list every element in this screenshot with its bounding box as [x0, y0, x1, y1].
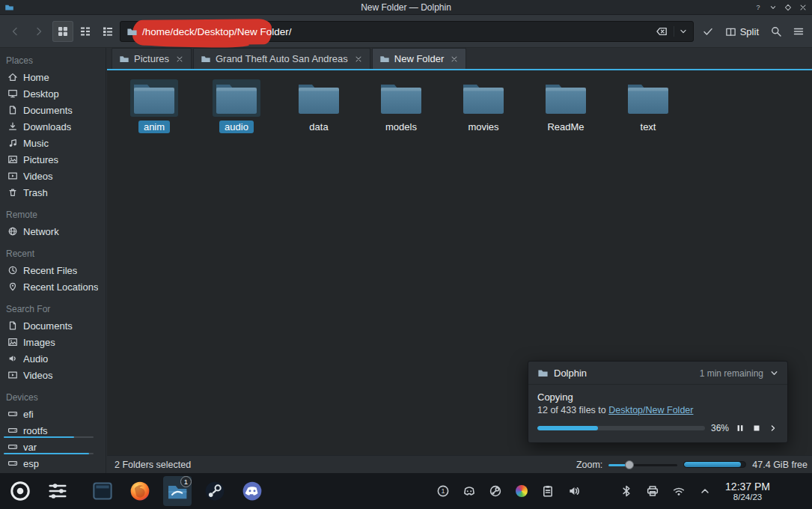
taskbar-firefox[interactable] — [126, 476, 154, 506]
tray-clipboard[interactable] — [541, 484, 555, 498]
taskbar-task-manager[interactable] — [43, 476, 72, 506]
tab-pictures[interactable]: Pictures — [112, 48, 192, 69]
image-icon — [7, 337, 18, 347]
folder-anim[interactable]: anim — [117, 79, 191, 133]
folder-audio[interactable]: audio — [200, 79, 273, 133]
sidebar-item-trash[interactable]: Trash — [0, 184, 106, 201]
icons-view-button[interactable] — [52, 21, 73, 42]
svg-text:1: 1 — [442, 487, 445, 495]
folder-label: anim — [138, 121, 170, 133]
sidebar-item-recent-locations[interactable]: Recent Locations — [0, 278, 106, 295]
taskbar-discord[interactable] — [238, 476, 266, 506]
accept-location-button[interactable] — [697, 21, 718, 42]
folder-icon — [130, 79, 178, 117]
forward-button[interactable] — [28, 21, 49, 42]
tab-grand-theft-auto-san-andreas[interactable]: Grand Theft Auto San Andreas — [193, 48, 370, 69]
chevron-up-icon — [698, 484, 712, 498]
back-button[interactable] — [4, 21, 25, 42]
tray-color-app[interactable] — [515, 484, 528, 498]
taskbar-app-launcher[interactable] — [6, 476, 34, 506]
taskbar-dolphin[interactable]: 1 — [163, 476, 192, 506]
zoom-slider[interactable] — [608, 460, 677, 470]
menu-button[interactable] — [788, 21, 809, 42]
tray-network-wifi[interactable] — [672, 484, 686, 498]
split-button[interactable]: Split — [720, 21, 764, 42]
tray-printer[interactable] — [646, 484, 659, 498]
compact-view-button[interactable] — [75, 21, 96, 42]
folder-models[interactable]: models — [364, 79, 438, 133]
tray-volume[interactable] — [567, 484, 581, 498]
sidebar-item-efi[interactable]: efi — [0, 406, 106, 422]
location-bar[interactable]: /home/deck/Desktop/New Folder/ — [120, 21, 694, 42]
screen: New Folder — Dolphin ? /home/deck/Deskto… — [0, 0, 812, 509]
sidebar-item-pictures[interactable]: Pictures — [0, 151, 106, 168]
folder-data[interactable]: data — [282, 79, 355, 133]
device-capacity-fill — [4, 453, 89, 454]
sidebar-item-music[interactable]: Music — [0, 135, 106, 151]
wifi-icon — [672, 484, 686, 498]
location-path[interactable]: /home/deck/Desktop/New Folder/ — [142, 26, 292, 37]
sidebar-item-home[interactable]: Home — [0, 69, 106, 85]
location-dropdown-icon[interactable] — [674, 26, 689, 37]
drive-icon — [7, 425, 18, 436]
tray-expand-tray[interactable] — [698, 484, 712, 498]
clock[interactable]: 12:37 PM 8/24/23 — [725, 481, 770, 502]
sidebar-item-network[interactable]: Network — [0, 223, 106, 240]
sidebar-item-videos[interactable]: Videos — [0, 168, 106, 184]
folder-icon — [213, 79, 260, 117]
dolphin-app-icon — [4, 2, 14, 12]
sidebar-item-var[interactable]: var — [0, 439, 106, 455]
disk-usage-fill — [684, 462, 740, 467]
sidebar-item-audio[interactable]: Audio — [0, 350, 106, 367]
sidebar-item-downloads[interactable]: Downloads — [0, 118, 106, 135]
tray-display[interactable] — [593, 484, 607, 498]
tab-close-icon[interactable] — [450, 55, 459, 64]
folder-text[interactable]: text — [611, 79, 685, 133]
destination-link[interactable]: Desktop/New Folder — [608, 405, 693, 415]
folder-movies[interactable]: movies — [447, 79, 520, 133]
clear-location-icon[interactable] — [656, 25, 668, 37]
tab-new-folder[interactable]: New Folder — [372, 48, 466, 69]
tray-bluetooth[interactable] — [620, 484, 633, 498]
clipboard-icon — [541, 484, 555, 498]
collapse-notification-icon[interactable] — [769, 368, 780, 379]
tab-close-icon[interactable] — [175, 55, 184, 64]
sidebar-item-images[interactable]: Images — [0, 334, 106, 350]
sidebar-item-documents[interactable]: Documents — [0, 102, 106, 118]
close-button[interactable] — [799, 3, 808, 12]
folder-readme[interactable]: ReadMe — [529, 79, 602, 133]
music-icon — [7, 138, 18, 148]
folder-label: audio — [219, 121, 254, 133]
maximize-button[interactable] — [784, 3, 793, 12]
pause-button[interactable] — [735, 423, 745, 433]
sidebar-item-videos[interactable]: Videos — [0, 367, 106, 383]
minimize-button[interactable] — [769, 3, 778, 12]
tray-steam-tray[interactable] — [489, 484, 502, 498]
window-title: New Folder — Dolphin — [0, 2, 812, 13]
sidebar-item-documents[interactable]: Documents — [0, 317, 106, 334]
help-button[interactable]: ? — [754, 3, 763, 12]
tab-label: Pictures — [134, 53, 169, 64]
document-icon — [7, 320, 18, 331]
folder-label: models — [380, 121, 422, 133]
sidebar-item-label: Documents — [23, 105, 73, 116]
sidebar-item-label: Recent Files — [23, 265, 77, 276]
sidebar-item-rootfs[interactable]: rootfs — [0, 422, 106, 439]
sidebar-section-label: Remote — [0, 207, 106, 223]
taskbar-desktop-window[interactable] — [88, 476, 117, 506]
stop-button[interactable] — [751, 423, 762, 433]
expand-details-icon[interactable] — [768, 423, 778, 433]
sidebar-item-recent-files[interactable]: Recent Files — [0, 262, 106, 278]
tray-notifications[interactable]: 1 — [436, 484, 450, 498]
details-view-button[interactable] — [97, 21, 118, 42]
copy-detail-text: 12 of 433 files to — [537, 405, 608, 415]
tab-close-icon[interactable] — [354, 55, 363, 64]
taskbar-steam[interactable] — [201, 476, 229, 506]
zoom-knob[interactable] — [625, 460, 634, 469]
search-button[interactable] — [766, 21, 787, 42]
sidebar-item-desktop[interactable]: Desktop — [0, 85, 106, 102]
folder-label: text — [635, 121, 662, 133]
folder-view[interactable]: animaudiodatamodelsmoviesReadMetext Dolp… — [107, 69, 812, 455]
sidebar-item-esp[interactable]: esp — [0, 455, 106, 472]
tray-discord-tray[interactable] — [463, 484, 476, 498]
